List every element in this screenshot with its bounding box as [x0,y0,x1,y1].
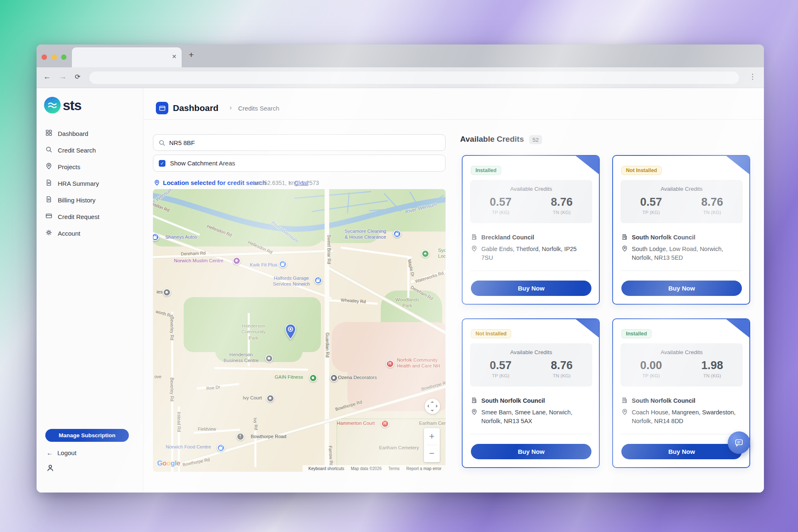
card-fold-corner [726,319,750,338]
back-button[interactable]: ← [43,72,51,81]
green-poi-marker: ♣ [421,250,429,258]
show-catchment-checkbox[interactable]: ✓ [159,160,165,167]
buy-now-button[interactable]: Buy Now [621,444,742,459]
credit-card-icon [45,212,52,221]
chat-fab-button[interactable] [728,431,750,454]
terms-link[interactable]: Terms [388,466,399,471]
logout-button[interactable]: ← Logout [47,449,76,456]
map-canvas[interactable]: River WensumHellesdon RdHellesdon RdHell… [153,189,446,472]
tp-label: TP (KG) [470,373,531,378]
catchment-toggle-row: ✓ Show Catchment Areas [153,155,446,172]
catchment-label: Show Catchment Areas [170,160,235,167]
report-map-error-link[interactable]: Report a map error [406,466,441,471]
sidebar-item-credit-request[interactable]: Credit Request [37,208,143,225]
minimize-window-button[interactable] [52,54,57,60]
map-attribution: Keyboard shortcuts Map data ©2026 Terms … [303,465,446,472]
map-label: Wheatley Rd [341,297,366,304]
credits-count-badge: 52 [529,135,542,144]
tp-value: 0.57 [470,196,531,209]
new-tab-button[interactable]: + [189,50,194,60]
reload-button[interactable]: ⟳ [75,73,80,81]
sidebar-item-dashboard[interactable]: Dashboard [37,125,143,142]
browser-menu-icon[interactable]: ⋮ [749,72,756,81]
postcode-search-field[interactable] [153,134,446,151]
map-label: Roe Dr [206,384,221,391]
card-box-title: Available Credits [621,349,743,355]
credit-cards-grid: InstalledAvailable Credits0.57TP (KG)8.7… [462,155,750,468]
selected-location-pin [285,324,296,341]
buy-now-button[interactable]: Buy Now [621,281,742,296]
map-pin-icon [45,163,52,171]
map-label: Norwich Food Centre [166,444,211,450]
map-label: Earlham Cemetery [379,445,419,451]
site-address: Coach House, Mangreen, Swardeston, Norfo… [632,408,737,426]
browser-tab[interactable]: ✕ [72,47,182,67]
search-input[interactable] [169,135,435,150]
tab-close-icon[interactable]: ✕ [172,53,177,60]
map-label: Ivy Rd [252,418,259,431]
map-label: Bowthorpe Road [251,433,286,439]
council-name: South Norfolk Council [632,234,695,241]
worship-poi-marker [233,257,241,265]
forward-button[interactable]: → [59,72,66,81]
map-label: Sweet Briar Rd [326,235,331,264]
manage-subscription-button[interactable]: Manage Subscription [45,429,129,442]
sidebar-item-hra-summary[interactable]: HRA Summary [37,175,143,192]
clear-location-link[interactable]: Clear [294,180,308,186]
map-label: Ozena Decorators [338,374,377,380]
map-pin-icon [621,245,628,262]
building-icon [621,397,628,405]
sidebar-item-credit-search[interactable]: Credit Search [37,142,143,158]
sidebar-item-billing-history[interactable]: Billing History [37,192,143,208]
tn-value: 8.76 [682,196,743,209]
map-label: A140 [325,190,330,200]
search-icon [158,139,165,146]
sts-logo-icon [44,97,61,113]
tp-value: 0.00 [621,359,682,372]
available-credits-box: Available Credits0.57TP (KG)8.76TN (KG) [470,343,592,387]
tp-value: 0.57 [621,196,682,209]
keyboard-shortcuts-link[interactable]: Keyboard shortcuts [308,466,344,471]
sidebar-item-account[interactable]: Account [37,225,143,241]
buy-now-button[interactable]: Buy Now [471,444,591,459]
map-label: ies [157,289,163,295]
status-badge: Installed [621,329,652,338]
map-label: Kwik Fit Plus [250,262,277,268]
shop-poi-marker [279,260,287,268]
clear-x-icon[interactable]: ✕ [288,180,292,186]
card-divider [470,271,591,271]
map-label: Guardian Rd [324,332,330,357]
browser-tabstrip: ✕ + [37,44,764,67]
card-box-title: Available Credits [621,186,743,192]
green-poi-marker [309,374,317,382]
map-pan-control[interactable] [425,399,440,414]
map-zoom-in[interactable]: + [424,428,440,445]
user-icon[interactable] [46,463,55,474]
tn-value: 8.76 [531,196,592,209]
dashboard-icon [156,102,168,114]
sidebar-item-label: Billing History [58,197,96,204]
header-divider [143,119,764,120]
building-icon [471,397,478,405]
close-window-button[interactable] [42,54,47,60]
map-zoom-out[interactable]: − [424,445,440,462]
location-selected-label: Location selected for credit search [163,179,266,186]
app-content: sts DashboardCredit SearchProjectsHRA Su… [37,88,764,493]
map-pin-icon [621,408,628,426]
tn-label: TN (KG) [531,373,592,378]
map-label: Norwich Muslim Centre [174,258,224,264]
tp-label: TP (KG) [621,373,682,378]
shop-poi-marker [393,230,401,238]
map-pin-icon [471,408,478,426]
map-label: Irstead Rd [176,412,181,432]
credit-card: InstalledAvailable Credits0.57TP (KG)8.7… [462,155,600,305]
sidebar-item-projects[interactable]: Projects [37,158,143,175]
map-label: Earlham Cemetery [419,420,446,426]
map-label: HendersonBusiness Centre [224,352,259,364]
address-bar[interactable] [89,71,739,84]
maximize-window-button[interactable] [61,54,66,60]
buy-now-button[interactable]: Buy Now [471,281,591,296]
tp-label: TP (KG) [621,210,682,215]
breadcrumb-credits-search[interactable]: Credits Search [238,105,279,112]
available-credits-box: Available Credits0.57TP (KG)8.76TN (KG) [621,180,743,223]
